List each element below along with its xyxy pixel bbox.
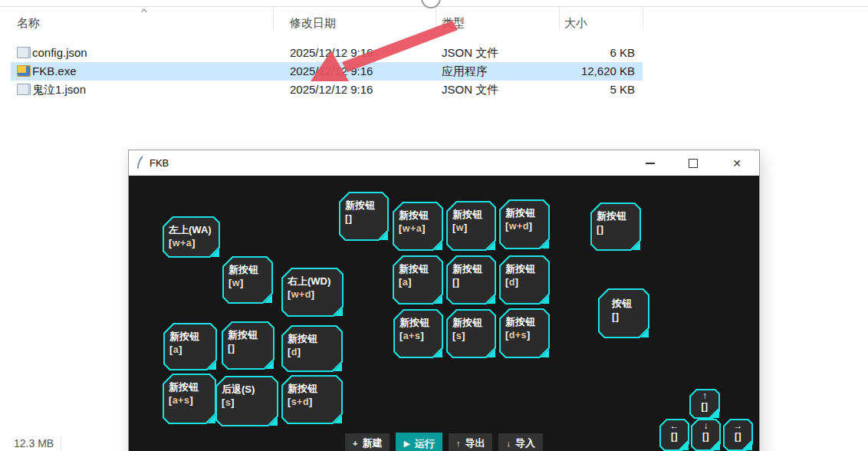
corner-triangle-icon: [541, 295, 549, 304]
key-button-grid-s[interactable]: 新按钮 [s]: [446, 309, 496, 358]
key-button-new-d[interactable]: 新按钮 [d]: [281, 325, 343, 372]
column-header-date[interactable]: 修改日期: [290, 16, 336, 31]
key-button-grid-w[interactable]: 新按钮 [w]: [446, 201, 496, 251]
toolbar-button-new[interactable]: + 新建: [345, 433, 390, 451]
key-button-label: 新按钮: [345, 199, 375, 212]
key-button-grid-wd[interactable]: 新按钮 [w+d]: [499, 199, 550, 249]
corner-triangle-icon: [334, 308, 343, 316]
key-button-grid-as[interactable]: 新按钮 [a+s]: [393, 309, 443, 358]
key-button-label: ←: [659, 421, 689, 432]
key-button-new-empty-left[interactable]: 新按钮 []: [222, 321, 275, 370]
new-icon: +: [353, 439, 357, 448]
column-header-size[interactable]: 大小: [564, 16, 587, 31]
file-row[interactable]: 鬼泣1.json 2025/12/12 9:16 JSON 文件 5 KB: [11, 81, 643, 99]
key-button-arrow-right[interactable]: → []: [723, 419, 753, 451]
key-button-new-sd[interactable]: 新按钮 [s+d]: [281, 375, 343, 424]
fkb-window: FKB ✕ + 新建 ▶ 运行 ↑ 导出 ↓ 导入 透明度: 46 左上(WA)…: [128, 150, 760, 451]
key-button-top-left-wa[interactable]: 左上(WA) [w+a]: [163, 216, 220, 258]
key-button-new-as[interactable]: 新按钮 [a+s]: [163, 374, 216, 424]
key-button-arrow-left[interactable]: ← []: [659, 419, 689, 451]
key-button-binding: [w+d]: [288, 288, 330, 301]
import-icon: ↓: [506, 439, 511, 448]
column-separator[interactable]: [559, 8, 560, 30]
file-row[interactable]: config.json 2025/12/12 9:16 JSON 文件 6 KB: [11, 44, 643, 62]
maximize-button[interactable]: [681, 150, 705, 176]
toolbar-button-run[interactable]: ▶ 运行: [396, 433, 442, 451]
file-name: FKB.exe: [32, 64, 77, 77]
column-separator[interactable]: [643, 8, 643, 30]
fkb-canvas: + 新建 ▶ 运行 ↑ 导出 ↓ 导入 透明度: 46 左上(WA) [w+a]…: [129, 176, 759, 451]
toolbar-button-export[interactable]: ↑ 导出: [449, 433, 493, 451]
file-name: 鬼泣1.json: [32, 83, 86, 97]
key-button-label: 新按钮: [399, 209, 429, 222]
key-button-grid-a[interactable]: 新按钮 [a]: [393, 255, 443, 305]
minimize-button[interactable]: [638, 150, 663, 176]
maximize-icon: [689, 159, 698, 168]
key-button-binding: [w+d]: [505, 220, 535, 232]
key-button-plain-button[interactable]: 按钮 []: [598, 288, 649, 338]
file-row[interactable]: FKB.exe 2025/12/12 9:16 应用程序 12,620 KB: [11, 62, 643, 81]
corner-triangle-icon: [434, 349, 442, 357]
corner-triangle-icon: [541, 240, 549, 249]
key-button-label: 左上(WA): [169, 224, 212, 237]
key-button-binding: [s]: [452, 330, 482, 342]
key-button-new-w[interactable]: 新按钮 [w]: [222, 256, 273, 304]
title-bar[interactable]: FKB ✕: [129, 150, 759, 176]
file-size: 5 KB: [547, 83, 635, 96]
column-separator[interactable]: [273, 8, 274, 30]
file-type: 应用程序: [442, 64, 488, 79]
corner-triangle-icon: [487, 349, 495, 357]
key-button-binding: [d]: [505, 276, 535, 288]
screen: 名称 ^ 修改日期 类型 大小 config.json 2025/12/12 9…: [0, 0, 868, 451]
json-file-icon: [17, 47, 31, 58]
key-button-back-s[interactable]: 后退(S) [s]: [215, 376, 278, 426]
key-button-grid-d[interactable]: 新按钮 [d]: [499, 255, 550, 305]
key-button-label: 新按钮: [505, 316, 535, 329]
corner-triangle-icon: [434, 242, 442, 250]
key-button-label: 右上(WD): [288, 275, 330, 288]
file-size: 6 KB: [547, 46, 635, 59]
column-header-name[interactable]: 名称: [17, 16, 40, 31]
key-button-new-a[interactable]: 新按钮 [a]: [163, 323, 217, 370]
corner-triangle-icon: [741, 439, 752, 450]
key-button-new-empty-right[interactable]: 新按钮 []: [590, 202, 641, 251]
column-header-type[interactable]: 类型: [442, 16, 465, 31]
key-button-grid-ds[interactable]: 新按钮 [d+s]: [499, 308, 550, 358]
key-button-binding: []: [345, 212, 375, 225]
key-button-label: ↓: [691, 421, 721, 432]
key-button-arrow-up[interactable]: ↑ []: [689, 389, 720, 419]
corner-triangle-icon: [211, 249, 219, 257]
key-button-label: 新按钮: [228, 329, 258, 342]
key-button-arrow-down[interactable]: ↓ []: [691, 419, 721, 451]
status-total-size: 12.3 MB: [14, 437, 54, 449]
close-button[interactable]: ✕: [725, 150, 749, 176]
key-button-binding: [a]: [399, 276, 429, 288]
sort-ascending-icon[interactable]: ^: [141, 7, 147, 18]
corner-triangle-icon: [632, 242, 640, 250]
key-button-top-right-wd[interactable]: 右上(WD) [w+d]: [281, 268, 344, 317]
key-button-label: 新按钮: [288, 383, 317, 396]
key-button-grid-empty[interactable]: 新按钮 []: [446, 255, 496, 305]
key-button-binding: [a+s]: [169, 394, 199, 407]
corner-triangle-icon: [269, 417, 278, 426]
key-button-label: 按钮: [612, 298, 632, 311]
key-button-grid-wa[interactable]: 新按钮 [w+a]: [393, 202, 443, 251]
key-button-label: 新按钮: [505, 263, 535, 276]
key-button-binding: [s]: [222, 397, 255, 409]
key-button-label: 后退(S): [222, 384, 255, 397]
export-icon: ↑: [456, 439, 461, 448]
key-button-label: 新按钮: [452, 317, 482, 330]
key-button-binding: [w+a]: [169, 237, 212, 249]
partial-circle-icon: [421, 0, 441, 8]
key-button-new-empty-mid-top[interactable]: 新按钮 []: [339, 192, 389, 241]
minimize-icon: [646, 163, 655, 164]
key-button-label: 新按钮: [399, 317, 429, 330]
file-date-modified: 2025/12/12 9:16: [290, 46, 373, 59]
key-button-binding: [s+d]: [288, 396, 317, 408]
column-separator[interactable]: [436, 8, 436, 30]
file-name: config.json: [32, 46, 87, 59]
key-button-binding: [w]: [229, 277, 258, 289]
tk-feather-icon: [136, 156, 145, 170]
key-button-binding: []: [228, 342, 258, 354]
toolbar-button-import[interactable]: ↓ 导入: [498, 433, 543, 451]
